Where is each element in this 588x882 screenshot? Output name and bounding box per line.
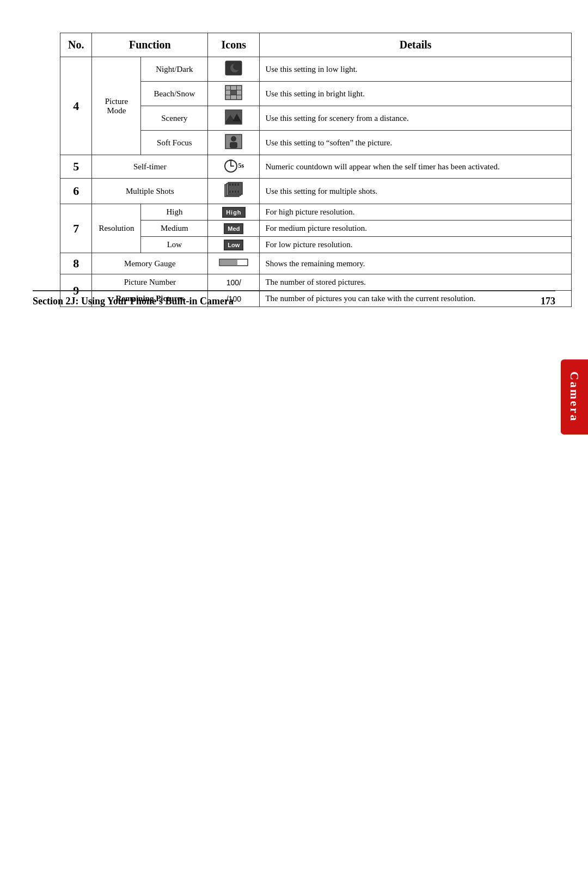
camera-functions-table: No. Function Icons Details 4 PictureMode… (60, 33, 572, 307)
svg-rect-26 (229, 183, 231, 186)
svg-rect-16 (230, 142, 237, 148)
detail-beach-snow: Use this setting in bright light. (260, 82, 572, 106)
svg-rect-8 (231, 90, 236, 95)
icon-picture-number: 100/ (208, 274, 260, 291)
icon-memory-gauge (208, 253, 260, 274)
func-high: High (141, 204, 208, 220)
func-picture-number: Picture Number (92, 274, 208, 291)
footer-page-number: 173 (541, 296, 555, 307)
detail-multiple-shots: Use this setting for multiple shots. (260, 179, 572, 204)
detail-picture-number: The number of stored pictures. (260, 274, 572, 291)
detail-medium: For medium picture resolution. (260, 220, 572, 237)
detail-night-dark: Use this setting in low light. (260, 57, 572, 82)
svg-rect-13 (226, 121, 241, 124)
row-number-8: 8 (60, 253, 92, 274)
func-memory-gauge: Memory Gauge (92, 253, 208, 274)
func-soft-focus: Soft Focus (141, 131, 208, 155)
header-no: No. (60, 33, 92, 57)
side-tab: Camera (561, 359, 588, 434)
table-row: 9 Picture Number 100/ The number of stor… (60, 274, 572, 291)
footer-title: Section 2J: Using Your Phone's Built-in … (33, 296, 234, 307)
icon-multiple-shots (208, 179, 260, 204)
row-number-7: 7 (60, 204, 92, 253)
svg-rect-30 (229, 191, 231, 193)
svg-rect-29 (237, 183, 239, 186)
table-row: 8 Memory Gauge Shows the remaining memor… (60, 253, 572, 274)
svg-rect-27 (232, 183, 234, 186)
icon-scenery (208, 106, 260, 131)
svg-point-2 (233, 63, 241, 70)
func-picture-mode: PictureMode (92, 57, 141, 155)
detail-self-timer: Numeric countdown will appear when the s… (260, 155, 572, 179)
detail-scenery: Use this setting for scenery from a dist… (260, 106, 572, 131)
table-row: 6 Multiple Shots (60, 179, 572, 204)
header-icons: Icons (208, 33, 260, 57)
func-low: Low (141, 237, 208, 253)
func-night-dark: Night/Dark (141, 57, 208, 82)
func-scenery: Scenery (141, 106, 208, 131)
page-container: Camera No. Function Icons Details 4 Pict… (0, 0, 588, 340)
icon-low: Low (208, 237, 260, 253)
header-function: Function (92, 33, 208, 57)
icon-high: High (208, 204, 260, 220)
header-details: Details (260, 33, 572, 57)
icon-night-dark (208, 57, 260, 82)
table-row: 4 PictureMode Night/Dark Use this settin… (60, 57, 572, 82)
table-row: 7 Resolution High High For high picture … (60, 204, 572, 220)
footer: Section 2J: Using Your Phone's Built-in … (33, 290, 555, 307)
detail-high: For high picture resolution. (260, 204, 572, 220)
detail-low: For low picture resolution. (260, 237, 572, 253)
row-number-5: 5 (60, 155, 92, 179)
table-row: 5 Self-timer (60, 155, 572, 179)
detail-memory-gauge: Shows the remaining memory. (260, 253, 572, 274)
svg-rect-28 (235, 183, 236, 186)
svg-rect-32 (235, 191, 236, 193)
svg-rect-31 (232, 191, 234, 193)
svg-point-15 (231, 136, 236, 142)
icon-self-timer: 5s (208, 155, 260, 179)
icon-soft-focus (208, 131, 260, 155)
func-beach-snow: Beach/Snow (141, 82, 208, 106)
row-number-6: 6 (60, 179, 92, 204)
detail-soft-focus: Use this setting to “soften” the picture… (260, 131, 572, 155)
svg-rect-33 (237, 191, 239, 193)
func-resolution: Resolution (92, 204, 141, 253)
icon-medium: Med (208, 220, 260, 237)
func-self-timer: Self-timer (92, 155, 208, 179)
row-number-4: 4 (60, 57, 92, 155)
svg-rect-35 (220, 260, 237, 265)
icon-beach-snow (208, 82, 260, 106)
func-medium: Medium (141, 220, 208, 237)
func-multiple-shots: Multiple Shots (92, 179, 208, 204)
